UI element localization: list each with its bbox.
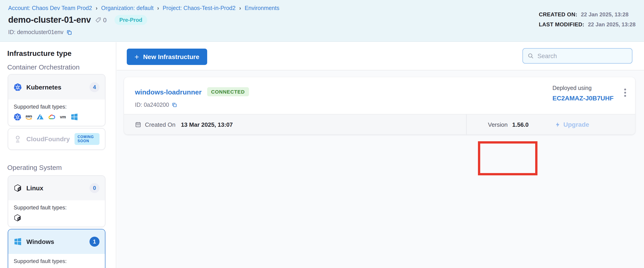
created-on-label: CREATED ON: [539,11,577,18]
version-label: Version [488,121,508,128]
tags-control[interactable]: 0 [95,16,106,24]
last-modified-value: 22 Jan 2025, 13:28 [588,21,636,28]
breadcrumb-separator-icon: › [239,5,241,11]
search-box [522,48,632,64]
vmware-icon: vm [59,113,67,121]
windows-icon [14,238,22,246]
breadcrumb: Account: Chaos Dev Team Prod2 › Organiza… [8,5,635,11]
environment-type-badge: Pre-Prod [114,15,147,25]
breadcrumb-organization[interactable]: Organization: default [101,5,154,11]
toolbar: + New Infrastructure [117,42,644,70]
sidebar-item-windows-selected[interactable]: Windows 1 Supported fault types: [8,229,106,268]
kubernetes-count-badge: 4 [90,82,100,92]
page-title: demo-cluster-01-env [8,15,91,25]
created-on-value: 22 Jan 2025, 13:28 [581,11,628,18]
upgrade-button[interactable]: Upgrade [555,114,589,134]
card-label: Linux [26,184,44,192]
tag-count: 0 [103,16,106,24]
copy-icon[interactable] [66,29,72,35]
deployed-using-link[interactable]: EC2AMAZ-J0B7UHF [552,94,614,102]
supported-fault-types-label: Supported fault types: [14,204,100,211]
sidebar-item-cloudfoundry: CloudFoundry COMING SOON [8,128,106,150]
infrastructure-type-sidebar: Infrastructure type Container Orchestrat… [0,42,116,268]
fault-type-icons: awsvm [14,113,100,121]
breadcrumb-environments[interactable]: Environments [245,5,280,11]
breadcrumb-separator-icon: › [157,5,159,11]
page-header: Account: Chaos Dev Team Prod2 › Organiza… [0,0,644,42]
breadcrumb-project[interactable]: Project: Chaos-Test-in-Prod2 [163,5,236,11]
search-input[interactable] [538,52,628,59]
card-label: CloudFoundry [26,135,70,143]
sidebar-title: Infrastructure type [7,50,72,58]
card-created-on-value: 13 Mar 2025, 13:07 [181,121,232,128]
main-content: + New Infrastructure windows-loadrunner … [117,42,644,268]
supported-fault-types-label: Supported fault types: [14,258,100,264]
linux-count-badge: 0 [90,183,100,193]
lightning-bolt-icon [555,122,561,128]
infrastructure-card-footer: Created On 13 Mar 2025, 13:07 Version 1.… [124,114,635,134]
sidebar-item-linux[interactable]: Linux 0 Supported fault types: [8,175,106,227]
breadcrumb-account[interactable]: Account: Chaos Dev Team Prod2 [8,5,92,11]
svg-text:vm: vm [60,114,66,119]
connected-status-badge: CONNECTED [207,87,249,96]
deployed-using-label: Deployed using [552,85,614,91]
version-value: 1.56.0 [512,121,528,128]
kubernetes-icon [14,83,22,91]
card-label: Kubernetes [26,83,61,90]
environment-id: ID: democluster01env [8,29,64,36]
section-heading-operating-system: Operating System [7,164,62,171]
sidebar-item-kubernetes[interactable]: Kubernetes 4 Supported fault types: awsv… [8,74,106,126]
plus-icon: + [134,53,139,61]
infrastructure-id: ID: 0a240200 [135,102,169,108]
linux-icon [14,214,21,222]
copy-icon[interactable] [172,102,177,108]
cloudfoundry-icon [14,135,22,143]
card-label: Windows [26,238,54,245]
breadcrumb-separator-icon: › [96,5,98,11]
fault-type-icons [14,214,100,222]
windows-icon [70,113,78,121]
footer-divider [466,114,466,134]
red-highlight-annotation [478,141,538,175]
infrastructure-name-link[interactable]: windows-loadrunner [135,88,202,96]
kubernetes-icon [14,113,21,121]
gcp-icon [48,113,56,121]
timestamps: CREATED ON: 22 Jan 2025, 13:28 LAST MODI… [539,11,636,31]
linux-icon [14,184,22,192]
aws-icon: aws [25,113,33,121]
supported-fault-types-label: Supported fault types: [14,104,100,110]
last-modified-label: LAST MODIFIED: [539,21,584,28]
section-heading-container-orchestration: Container Orchestration [7,63,80,71]
calendar-icon [135,121,141,128]
new-infrastructure-button[interactable]: + New Infrastructure [127,48,207,65]
coming-soon-badge: COMING SOON [74,133,100,145]
search-icon [528,53,534,59]
card-created-on-label: Created On [145,121,175,128]
infrastructure-card: windows-loadrunner CONNECTED ID: 0a24020… [124,77,635,134]
azure-icon [36,113,44,121]
windows-count-badge: 1 [90,237,100,247]
environment-details-page: Account: Chaos Dev Team Prod2 › Organiza… [0,0,644,268]
tag-icon [95,17,101,23]
more-options-menu[interactable] [621,86,629,99]
svg-text:aws: aws [26,114,32,118]
